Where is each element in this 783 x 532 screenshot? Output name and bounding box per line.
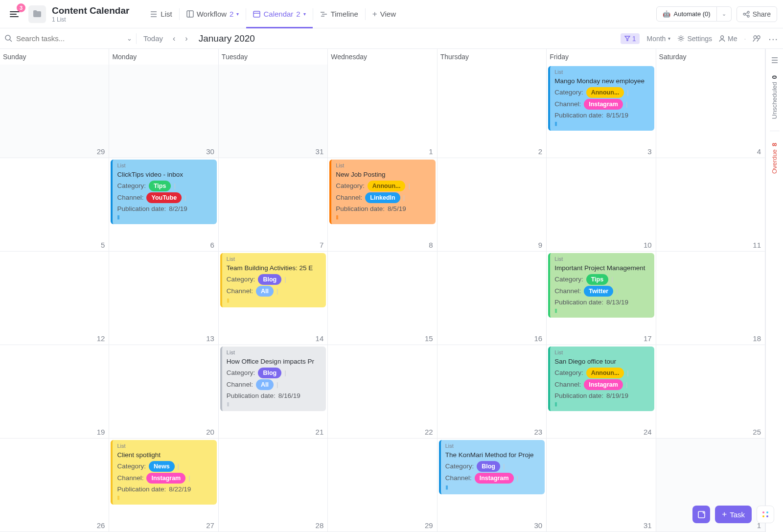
- calendar-cell[interactable]: 13: [109, 252, 218, 345]
- more-menu[interactable]: ···: [768, 36, 778, 41]
- task-card[interactable]: ListClient spotlightCategory:News|Channe…: [111, 440, 216, 505]
- assignees-button[interactable]: [753, 35, 761, 42]
- unscheduled-toggle[interactable]: Unscheduled 0: [771, 75, 778, 119]
- tab-timeline[interactable]: Timeline: [313, 0, 365, 28]
- fab-row: + Task: [692, 506, 774, 523]
- page-title: Content Calendar: [52, 5, 129, 16]
- calendar-cell[interactable]: 31: [547, 439, 656, 532]
- calendar-cell[interactable]: ListImportant Project ManagementCategory…: [547, 252, 656, 345]
- overdue-toggle[interactable]: Overdue 8: [771, 143, 778, 174]
- apps-icon: [761, 510, 769, 518]
- task-card[interactable]: ListClickTips video - inboxCategory:Tips…: [111, 160, 216, 224]
- task-card[interactable]: ListMango Monday new employeeCategory:An…: [548, 66, 654, 131]
- svg-point-10: [720, 36, 723, 39]
- share-button[interactable]: Share: [737, 6, 777, 22]
- prev-month-button[interactable]: ‹: [170, 34, 178, 43]
- period-selector[interactable]: Month▾: [646, 35, 670, 43]
- note-icon: [697, 510, 706, 519]
- share-icon: [743, 11, 750, 18]
- folder-icon[interactable]: [28, 5, 46, 23]
- tab-list[interactable]: List: [143, 0, 179, 28]
- view-tabs: List Workflow 2 ▾ Calendar 2 ▾ Timeline …: [143, 0, 403, 28]
- calendar-cell[interactable]: 28: [219, 439, 328, 532]
- calendar-cell[interactable]: ListClient spotlightCategory:News|Channe…: [109, 439, 218, 532]
- person-icon: [719, 35, 725, 42]
- filter-chip[interactable]: 1: [621, 33, 640, 44]
- calendar-cell[interactable]: 23: [438, 345, 547, 439]
- calendar-cell[interactable]: 1: [328, 65, 437, 158]
- plus-icon: +: [722, 509, 727, 519]
- tab-workflow[interactable]: Workflow 2 ▾: [180, 0, 246, 28]
- dow-row: SundayMondayTuesdayWednesdayThursdayFrid…: [0, 49, 765, 65]
- task-card[interactable]: ListHow Office Design impacts PrCategory…: [220, 347, 326, 411]
- today-button[interactable]: Today: [140, 34, 166, 43]
- calendar-cell[interactable]: 29: [328, 439, 437, 532]
- quick-note-button[interactable]: [692, 506, 710, 523]
- calendar-cell[interactable]: 18: [656, 252, 765, 345]
- calendar-cell[interactable]: ListThe KonMari Method for ProjeCategory…: [438, 439, 547, 532]
- calendar-cell[interactable]: ListMango Monday new employeeCategory:An…: [547, 65, 656, 158]
- chevron-down-icon[interactable]: ⌄: [127, 35, 132, 42]
- chevron-down-icon: ▾: [236, 11, 239, 17]
- dow-cell: Sunday: [0, 49, 109, 65]
- chevron-down-icon: ⌄: [722, 11, 726, 17]
- calendar-cell[interactable]: 31: [219, 65, 328, 158]
- calendar-cell[interactable]: 9: [438, 158, 547, 252]
- svg-point-15: [766, 511, 768, 513]
- task-card[interactable]: ListNew Job PostingCategory:Announ...|Ch…: [329, 160, 435, 224]
- calendar-cell[interactable]: ListSan Diego office tourCategory:Announ…: [547, 345, 656, 439]
- dow-cell: Saturday: [656, 49, 765, 65]
- dow-cell: Friday: [547, 49, 656, 65]
- notification-badge: 3: [17, 3, 25, 12]
- dow-cell: Monday: [109, 49, 218, 65]
- calendar-cell[interactable]: 29: [0, 65, 109, 158]
- calendar-cell[interactable]: 26: [0, 439, 109, 532]
- me-filter[interactable]: Me: [719, 35, 737, 43]
- svg-point-16: [762, 515, 764, 517]
- task-card[interactable]: ListThe KonMari Method for ProjeCategory…: [439, 440, 545, 494]
- calendar-toolbar: ⌄ Today ‹ › January 2020 1 Month▾ Settin…: [0, 28, 783, 49]
- calendar-cell[interactable]: 30: [109, 65, 218, 158]
- list-toggle-icon[interactable]: [771, 57, 779, 64]
- calendar-cell[interactable]: 19: [0, 345, 109, 439]
- calendar-cell[interactable]: 7: [219, 158, 328, 252]
- calendar-cell[interactable]: 15: [328, 252, 437, 345]
- calendar-cell[interactable]: 2: [438, 65, 547, 158]
- next-month-button[interactable]: ›: [182, 34, 190, 43]
- calendar-cell[interactable]: 22: [328, 345, 437, 439]
- calendar-cell[interactable]: 16: [438, 252, 547, 345]
- settings-button[interactable]: Settings: [677, 35, 712, 43]
- robot-icon: 🤖: [663, 10, 670, 18]
- search-input[interactable]: [16, 34, 123, 43]
- task-card[interactable]: ListTeam Building Activities: 25 ECatego…: [220, 253, 326, 307]
- calendar-cell[interactable]: 20: [109, 345, 218, 439]
- calendar-cell[interactable]: 4: [656, 65, 765, 158]
- calendar-cell[interactable]: 25: [656, 345, 765, 439]
- list-icon: [150, 11, 158, 18]
- calendar-cell[interactable]: ListTeam Building Activities: 25 ECatego…: [219, 252, 328, 345]
- tab-calendar[interactable]: Calendar 2 ▾: [246, 0, 312, 28]
- automate-dropdown[interactable]: ⌄: [717, 6, 732, 22]
- svg-point-6: [747, 15, 749, 17]
- hamburger-icon: [10, 11, 20, 17]
- calendar-cell[interactable]: ListNew Job PostingCategory:Announ...|Ch…: [328, 158, 437, 252]
- calendar-cell[interactable]: ListClickTips video - inboxCategory:Tips…: [109, 158, 218, 252]
- plus-icon: +: [372, 9, 377, 19]
- menu-button[interactable]: 3: [6, 5, 23, 23]
- calendar-cell[interactable]: 11: [656, 158, 765, 252]
- title-block: Content Calendar 1 List: [52, 5, 129, 23]
- automate-button[interactable]: 🤖Automate (0) ⌄: [656, 6, 731, 22]
- calendar-cell[interactable]: 12: [0, 252, 109, 345]
- filter-icon: [624, 36, 630, 41]
- task-card[interactable]: ListSan Diego office tourCategory:Announ…: [548, 347, 654, 411]
- svg-point-17: [766, 515, 768, 517]
- calendar-cell[interactable]: ListHow Office Design impacts PrCategory…: [219, 345, 328, 439]
- calendar-cell[interactable]: 5: [0, 158, 109, 252]
- tab-add-view[interactable]: + View: [366, 0, 403, 28]
- task-card[interactable]: ListImportant Project ManagementCategory…: [548, 253, 654, 318]
- apps-button[interactable]: [757, 506, 774, 523]
- top-bar: 3 Content Calendar 1 List List Workflow …: [0, 0, 783, 28]
- calendar-cell[interactable]: 10: [547, 158, 656, 252]
- svg-rect-13: [698, 511, 705, 518]
- new-task-button[interactable]: + Task: [715, 506, 752, 523]
